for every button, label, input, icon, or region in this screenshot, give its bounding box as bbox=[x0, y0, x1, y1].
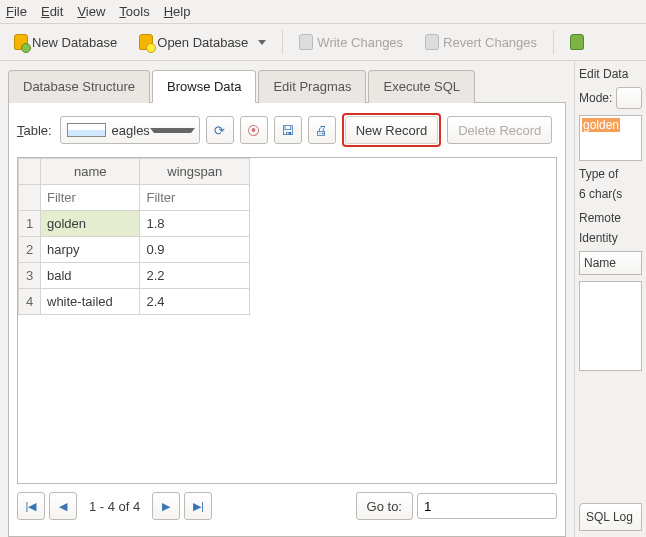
revert-changes-icon bbox=[425, 34, 439, 50]
write-changes-label: Write Changes bbox=[317, 35, 403, 50]
database-new-icon bbox=[14, 34, 28, 50]
remote-list[interactable] bbox=[579, 281, 642, 371]
menu-edit[interactable]: Edit bbox=[41, 4, 63, 19]
new-database-button[interactable]: New Database bbox=[8, 30, 123, 54]
write-changes-icon bbox=[299, 34, 313, 50]
table-label: Table: bbox=[17, 123, 52, 138]
row-header: 3 bbox=[19, 263, 41, 289]
menu-tools[interactable]: Tools bbox=[119, 4, 149, 19]
filter-wingspan-input[interactable] bbox=[146, 190, 243, 205]
table-row[interactable]: 2 harpy 0.9 bbox=[19, 237, 250, 263]
menu-help[interactable]: Help bbox=[164, 4, 191, 19]
revert-changes-label: Revert Changes bbox=[443, 35, 537, 50]
edit-data-title: Edit Data bbox=[579, 67, 642, 81]
table-icon bbox=[67, 123, 106, 137]
table-row[interactable]: 3 bald 2.2 bbox=[19, 263, 250, 289]
cell-wingspan[interactable]: 1.8 bbox=[140, 211, 250, 237]
refresh-icon: ⟳ bbox=[214, 123, 225, 138]
remote-label: Remote bbox=[579, 211, 642, 225]
cell-wingspan[interactable]: 2.4 bbox=[140, 289, 250, 315]
side-panel: Edit Data Mode: golden Type of 6 char(s … bbox=[574, 61, 646, 537]
sql-log-tab[interactable]: SQL Log bbox=[579, 503, 642, 531]
print-icon: 🖨 bbox=[315, 123, 328, 138]
pager-status: 1 - 4 of 4 bbox=[81, 499, 148, 514]
separator bbox=[282, 30, 283, 54]
grid-empty-area bbox=[18, 315, 556, 483]
last-icon: ▶| bbox=[193, 500, 204, 513]
new-database-label: New Database bbox=[32, 35, 117, 50]
filter-icon: ⦿ bbox=[247, 123, 260, 138]
open-database-button[interactable]: Open Database bbox=[133, 30, 272, 54]
chevron-down-icon[interactable] bbox=[258, 40, 266, 45]
cell-name[interactable]: bald bbox=[41, 263, 140, 289]
menu-file[interactable]: File bbox=[6, 4, 27, 19]
char-count: 6 char(s bbox=[579, 187, 642, 201]
row-header: 2 bbox=[19, 237, 41, 263]
table-selector[interactable]: eagles bbox=[60, 116, 200, 144]
remote-name-header: Name bbox=[579, 251, 642, 275]
prev-icon: ◀ bbox=[59, 500, 67, 513]
clear-filter-button[interactable]: ⦿ bbox=[240, 116, 268, 144]
save-icon: 🖫 bbox=[281, 123, 294, 138]
row-header: 1 bbox=[19, 211, 41, 237]
chevron-down-icon bbox=[150, 128, 195, 133]
overflow-button[interactable] bbox=[564, 30, 590, 54]
cell-name[interactable]: white-tailed bbox=[41, 289, 140, 315]
tab-browse-data[interactable]: Browse Data bbox=[152, 70, 256, 103]
goto-button[interactable]: Go to: bbox=[356, 492, 413, 520]
tab-bar: Database Structure Browse Data Edit Prag… bbox=[8, 69, 566, 103]
write-changes-button: Write Changes bbox=[293, 30, 409, 54]
refresh-button[interactable]: ⟳ bbox=[206, 116, 234, 144]
print-button[interactable]: 🖨 bbox=[308, 116, 336, 144]
cell-wingspan[interactable]: 2.2 bbox=[140, 263, 250, 289]
main-toolbar: New Database Open Database Write Changes… bbox=[0, 24, 646, 61]
row-header bbox=[19, 185, 41, 211]
goto-input[interactable] bbox=[417, 493, 557, 519]
next-page-button[interactable]: ▶ bbox=[152, 492, 180, 520]
mode-selector[interactable] bbox=[616, 87, 642, 109]
prev-page-button[interactable]: ◀ bbox=[49, 492, 77, 520]
cell-wingspan[interactable]: 0.9 bbox=[140, 237, 250, 263]
data-grid: name wingspan 1 golden 1. bbox=[17, 157, 557, 484]
first-icon: |◀ bbox=[26, 500, 37, 513]
first-page-button[interactable]: |◀ bbox=[17, 492, 45, 520]
tab-pragmas[interactable]: Edit Pragmas bbox=[258, 70, 366, 103]
row-header-corner bbox=[19, 159, 41, 185]
menu-view[interactable]: View bbox=[77, 4, 105, 19]
table-row[interactable]: 4 white-tailed 2.4 bbox=[19, 289, 250, 315]
new-record-button[interactable]: New Record bbox=[345, 116, 439, 144]
open-database-label: Open Database bbox=[157, 35, 248, 50]
tab-structure[interactable]: Database Structure bbox=[8, 70, 150, 103]
highlight-ring: New Record bbox=[342, 113, 442, 147]
tab-execute-sql[interactable]: Execute SQL bbox=[368, 70, 475, 103]
filter-name-input[interactable] bbox=[47, 190, 133, 205]
database-green-icon bbox=[570, 34, 584, 50]
delete-record-button: Delete Record bbox=[447, 116, 552, 144]
identity-label: Identity bbox=[579, 231, 642, 245]
cell-value: golden bbox=[582, 118, 620, 132]
next-icon: ▶ bbox=[162, 500, 170, 513]
database-open-icon bbox=[139, 34, 153, 50]
table-name: eagles bbox=[112, 123, 150, 138]
menu-bar: File Edit View Tools Help bbox=[0, 0, 646, 24]
cell-name[interactable]: harpy bbox=[41, 237, 140, 263]
table-row[interactable]: 1 golden 1.8 bbox=[19, 211, 250, 237]
type-label: Type of bbox=[579, 167, 642, 181]
mode-label: Mode: bbox=[579, 91, 612, 105]
revert-changes-button: Revert Changes bbox=[419, 30, 543, 54]
column-header-wingspan[interactable]: wingspan bbox=[140, 159, 250, 185]
save-button[interactable]: 🖫 bbox=[274, 116, 302, 144]
row-header: 4 bbox=[19, 289, 41, 315]
separator bbox=[553, 30, 554, 54]
column-header-name[interactable]: name bbox=[41, 159, 140, 185]
cell-editor[interactable]: golden bbox=[579, 115, 642, 161]
last-page-button[interactable]: ▶| bbox=[184, 492, 212, 520]
cell-name[interactable]: golden bbox=[41, 211, 140, 237]
